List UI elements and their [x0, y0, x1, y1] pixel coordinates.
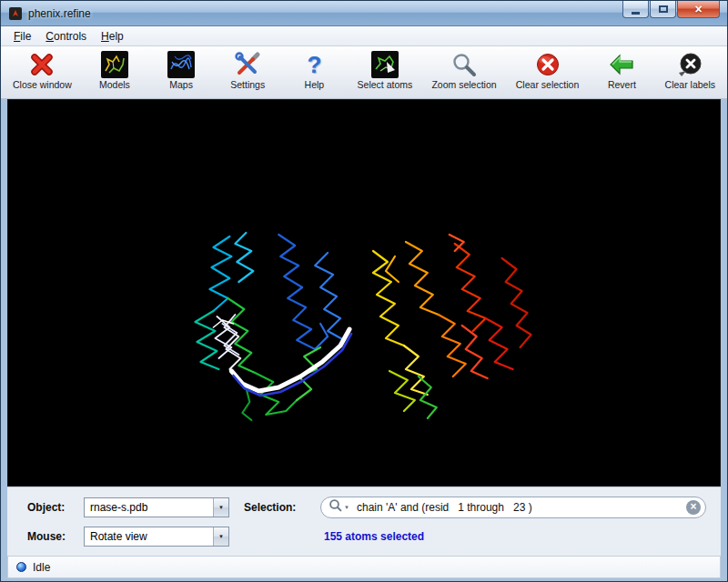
selection-label: Selection: — [229, 501, 320, 514]
select-atoms-icon — [371, 51, 399, 78]
molecule-viewport[interactable] — [7, 99, 721, 487]
close-window-icon — [28, 51, 56, 78]
help-icon: ? — [300, 51, 328, 78]
toolbar-button-clear-labels[interactable]: Clear labels — [662, 50, 718, 91]
zoom-selection-icon — [450, 51, 478, 78]
client-area: Object: rnase-s.pdb ▼ Selection: ▼ × Mou… — [1, 99, 727, 581]
selection-input[interactable] — [353, 501, 684, 514]
controls-panel: Object: rnase-s.pdb ▼ Selection: ▼ × Mou… — [7, 487, 721, 556]
app-window: phenix.refine × File Controls Help Close… — [0, 0, 728, 582]
object-dropdown[interactable]: rnase-s.pdb ▼ — [84, 497, 229, 517]
toolbar-button-maps[interactable]: Maps — [155, 50, 207, 91]
status-led-icon — [16, 562, 26, 572]
toolbar-button-settings[interactable]: Settings — [221, 50, 274, 91]
dropdown-arrow-icon: ▼ — [213, 527, 228, 546]
toolbar-button-close-window[interactable]: Close window — [10, 50, 75, 91]
dropdown-arrow-icon: ▼ — [213, 498, 228, 517]
toolbar-button-select-atoms[interactable]: Select atoms — [355, 50, 416, 91]
maximize-button[interactable] — [650, 1, 676, 18]
clear-search-icon[interactable]: × — [686, 500, 701, 515]
status-text: Idle — [33, 561, 50, 574]
protein-trace-left-chain — [195, 233, 344, 420]
menu-controls[interactable]: Controls — [38, 28, 94, 45]
settings-icon — [234, 51, 261, 78]
search-icon[interactable] — [329, 498, 342, 516]
menu-help[interactable]: Help — [94, 28, 131, 45]
menu-bar: File Controls Help — [1, 26, 727, 46]
toolbar: Close window Models Maps Settings ? Help — [1, 46, 727, 99]
atoms-selected-text: 155 atoms selected — [320, 530, 706, 543]
selection-searchbox: ▼ × — [320, 497, 706, 518]
minimize-icon — [632, 12, 640, 15]
clear-labels-icon — [676, 51, 703, 78]
object-label: Object: — [22, 501, 84, 514]
protein-model — [8, 100, 720, 486]
maximize-icon — [659, 5, 668, 13]
window-controls: × — [622, 1, 720, 18]
toolbar-button-clear-selection[interactable]: Clear selection — [513, 50, 581, 91]
maps-icon — [167, 51, 195, 78]
status-bar: Idle — [7, 556, 721, 578]
close-icon: × — [694, 3, 702, 15]
mouse-label: Mouse: — [22, 530, 84, 543]
app-icon — [8, 6, 23, 21]
models-icon — [101, 51, 128, 78]
toolbar-button-models[interactable]: Models — [88, 50, 141, 91]
minimize-button[interactable] — [622, 1, 649, 18]
clear-selection-icon — [534, 51, 561, 78]
window-title: phenix.refine — [28, 7, 91, 20]
protein-trace-right-chain — [373, 235, 531, 418]
menu-file[interactable]: File — [6, 28, 38, 45]
toolbar-button-help[interactable]: ? Help — [288, 50, 340, 91]
object-dropdown-value: rnase-s.pdb — [85, 498, 213, 517]
search-options-arrow-icon[interactable]: ▼ — [344, 505, 349, 510]
revert-icon — [608, 51, 635, 78]
title-bar[interactable]: phenix.refine × — [1, 1, 727, 26]
toolbar-button-revert[interactable]: Revert — [595, 50, 648, 91]
close-button[interactable]: × — [677, 1, 720, 18]
mouse-mode-dropdown[interactable]: Rotate view ▼ — [84, 527, 229, 547]
mouse-mode-value: Rotate view — [85, 527, 213, 546]
toolbar-button-zoom-selection[interactable]: Zoom selection — [429, 50, 499, 91]
